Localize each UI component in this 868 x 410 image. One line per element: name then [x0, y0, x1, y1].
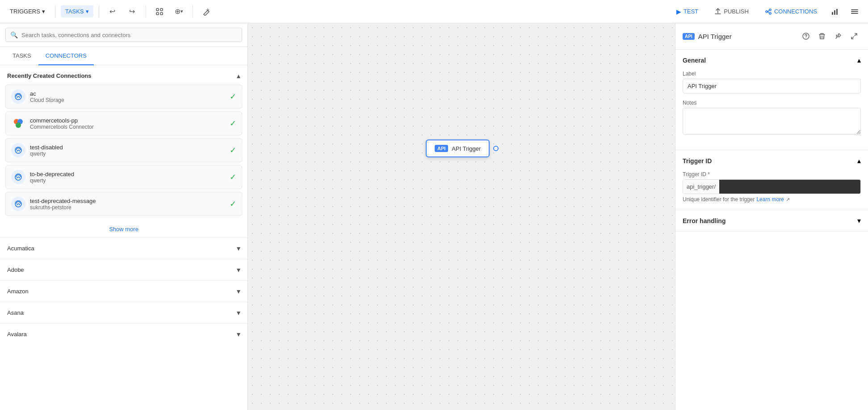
show-more-link[interactable]: Show more	[109, 226, 138, 232]
svg-rect-7	[832, 12, 833, 15]
auto-layout-btn[interactable]	[151, 4, 168, 20]
tasks-btn[interactable]: TASKS ▾	[61, 5, 93, 17]
trigger-id-hint: Unique identifier for the trigger Learn …	[683, 196, 861, 203]
list-item[interactable]: commercetools-pp Commercetools Connector…	[5, 111, 242, 135]
connection-icon-1	[11, 89, 25, 104]
svg-rect-9	[836, 9, 838, 15]
general-title: General	[683, 57, 706, 64]
acumatica-header[interactable]: Acumatica ▾	[0, 238, 247, 259]
trigger-id-body: Trigger ID * api_trigger/ Unique identif…	[675, 171, 868, 210]
tasks-label: TASKS	[65, 8, 84, 15]
amazon-label: Amazon	[7, 288, 29, 295]
toolbar: TRIGGERS ▾ TASKS ▾ ↩ ↪ ⊕▾ ▶ TEST PU	[0, 0, 868, 23]
pin-btn[interactable]	[831, 30, 845, 43]
notes-textarea[interactable]	[683, 108, 861, 135]
svg-rect-0	[156, 8, 159, 11]
status-check-2: ✓	[230, 118, 236, 128]
status-check-1: ✓	[230, 92, 236, 101]
svg-point-18	[805, 38, 806, 38]
chart-btn[interactable]	[827, 4, 843, 20]
tab-tasks[interactable]: TASKS	[5, 47, 38, 65]
label-input[interactable]	[683, 79, 861, 93]
toolbar-right: ▶ TEST PUBLISH CONNECTIONS	[670, 4, 863, 20]
general-chevron: ▴	[857, 56, 861, 64]
undo-btn[interactable]: ↩	[105, 4, 121, 20]
list-item[interactable]: test-disabled qwerty ✓	[5, 138, 242, 162]
api-trigger-node[interactable]: API API Trigger	[426, 139, 499, 157]
error-handling-title: Error handling	[683, 217, 725, 224]
general-section-body: Label Notes	[675, 71, 868, 150]
trigger-id-section-header[interactable]: Trigger ID ▴	[675, 150, 868, 171]
triggers-chevron: ▾	[42, 8, 45, 15]
amazon-header[interactable]: Amazon ▾	[0, 281, 247, 302]
right-panel-api-badge: API	[683, 33, 695, 40]
svg-rect-1	[160, 8, 163, 11]
learn-more-link[interactable]: Learn more	[756, 196, 784, 203]
recently-created-header[interactable]: Recently Created Connections ▴	[0, 65, 247, 85]
trigger-id-section: Trigger ID ▴ Trigger ID * api_trigger/ U…	[675, 150, 868, 210]
asana-header[interactable]: Asana ▾	[0, 302, 247, 323]
status-check-5: ✓	[230, 199, 236, 209]
connection-icon-2	[11, 116, 25, 131]
list-item[interactable]: ac Cloud Storage ✓	[5, 85, 242, 109]
search-input[interactable]	[21, 32, 237, 38]
notes-field-label: Notes	[683, 100, 861, 106]
svg-point-5	[769, 9, 771, 11]
amazon-chevron: ▾	[237, 287, 240, 296]
connection-icon-4	[11, 170, 25, 184]
sidebar-content: Recently Created Connections ▴	[0, 65, 247, 410]
expand-btn[interactable]	[847, 30, 861, 43]
triggers-btn[interactable]: TRIGGERS ▾	[5, 5, 50, 17]
search-icon: 🔍	[10, 31, 18, 38]
search-wrap[interactable]: 🔍	[5, 28, 242, 42]
general-section-header[interactable]: General ▴	[675, 50, 868, 71]
test-label: TEST	[683, 8, 698, 15]
tab-connectors[interactable]: CONNECTORS	[38, 47, 94, 65]
error-handling-section: Error handling ▾	[675, 210, 868, 232]
test-btn[interactable]: ▶ TEST	[670, 5, 704, 18]
node-box: API API Trigger	[426, 139, 490, 157]
connection-icon-3	[11, 143, 25, 157]
sidebar-tabs: TASKS CONNECTORS	[0, 47, 247, 65]
avalara-chevron: ▾	[237, 330, 240, 338]
show-more: Show more	[0, 222, 247, 237]
canvas-area[interactable]: API API Trigger	[248, 23, 675, 410]
adobe-label: Adobe	[7, 266, 24, 273]
svg-point-4	[766, 11, 767, 13]
divider-1	[55, 5, 55, 18]
help-btn[interactable]	[799, 30, 813, 43]
connection-info-4: to-be-deprecated qwerty	[30, 171, 225, 184]
redo-btn[interactable]: ↪	[124, 4, 140, 20]
connection-icon-5	[11, 197, 25, 211]
error-handling-header[interactable]: Error handling ▾	[675, 210, 868, 231]
delete-btn[interactable]	[815, 30, 829, 43]
svg-point-6	[769, 13, 771, 14]
recently-created-chevron: ▴	[237, 72, 240, 80]
recently-created-section: Recently Created Connections ▴	[0, 65, 247, 237]
connection-info-5: test-deprecated-message sukruths-petstor…	[30, 198, 225, 211]
adobe-header[interactable]: Adobe ▾	[0, 259, 247, 280]
main-layout: 🔍 TASKS CONNECTORS Recently Created Conn…	[0, 23, 868, 410]
node-title: API Trigger	[452, 145, 481, 152]
label-field: Label	[683, 71, 861, 93]
wand-btn[interactable]	[198, 4, 214, 20]
avalara-section: Avalara ▾	[0, 323, 247, 345]
menu-btn[interactable]	[847, 4, 863, 20]
external-link-icon: ↗	[786, 197, 790, 203]
svg-rect-8	[834, 10, 835, 15]
list-item[interactable]: test-deprecated-message sukruths-petstor…	[5, 192, 242, 216]
avalara-header[interactable]: Avalara ▾	[0, 324, 247, 345]
sidebar-search: 🔍	[0, 23, 247, 47]
connection-list: ac Cloud Storage ✓	[0, 85, 247, 222]
right-panel-actions	[799, 30, 861, 43]
connections-btn[interactable]: CONNECTIONS	[759, 5, 823, 18]
publish-btn[interactable]: PUBLISH	[708, 5, 755, 18]
adobe-section: Adobe ▾	[0, 259, 247, 280]
adobe-chevron: ▾	[237, 266, 240, 274]
trigger-id-input[interactable]	[719, 180, 860, 194]
right-panel-title: API Trigger	[698, 33, 796, 40]
error-handling-chevron: ▾	[857, 216, 861, 225]
list-item[interactable]: to-be-deprecated qwerty ✓	[5, 165, 242, 189]
connection-info-1: ac Cloud Storage	[30, 90, 225, 103]
zoom-btn[interactable]: ⊕▾	[171, 4, 187, 20]
